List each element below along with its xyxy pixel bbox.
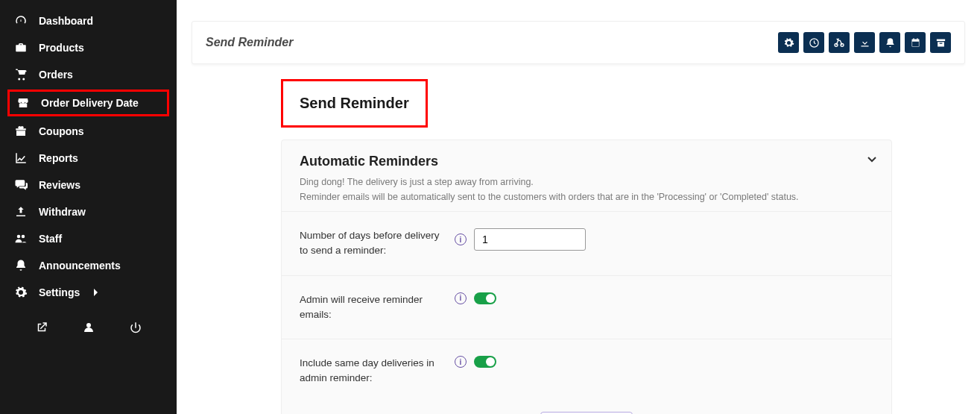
setting-include-same-day: Include same day deliveries in admin rem… (282, 339, 891, 403)
sidebar-item-announcements[interactable]: Announcements (0, 252, 177, 279)
comments-icon (13, 178, 28, 192)
chevron-down-icon (867, 157, 876, 163)
setting-label: Number of days before delivery to send a… (300, 228, 455, 259)
info-icon[interactable]: i (455, 233, 467, 245)
sidebar-item-products[interactable]: Products (0, 34, 177, 61)
user-icon[interactable] (78, 316, 100, 339)
archive-icon (935, 37, 946, 48)
sidebar-item-label: Announcements (39, 260, 121, 272)
chart-icon (13, 151, 28, 165)
setting-days-before: Number of days before delivery to send a… (282, 211, 891, 275)
panel-title: Automatic Reminders (300, 154, 873, 169)
sidebar-item-label: Products (39, 42, 84, 54)
page-title: Send Reminder (300, 95, 409, 112)
content-area: Send Reminder (177, 0, 980, 414)
sidebar-item-label: Staff (39, 233, 62, 245)
sidebar-item-label: Reports (39, 152, 78, 164)
sidebar-utilities (0, 306, 177, 339)
sidebar-item-label: Orders (39, 69, 73, 81)
save-settings-button[interactable]: Save Settings (540, 412, 633, 415)
header-action-settings[interactable] (778, 32, 799, 53)
sidebar-item-label: Withdraw (39, 206, 86, 218)
cart-icon (13, 68, 28, 81)
power-icon[interactable] (124, 316, 147, 339)
setting-label: Include same day deliveries in admin rem… (300, 356, 455, 386)
header-action-download[interactable] (854, 32, 875, 53)
sidebar-item-label: Coupons (39, 125, 84, 137)
clock-icon (809, 37, 820, 48)
bell-icon (13, 259, 28, 272)
page-header: Send Reminder (192, 21, 965, 64)
sidebar-item-withdraw[interactable]: Withdraw (0, 198, 177, 225)
gift-icon (13, 125, 28, 138)
gear-icon (783, 37, 794, 48)
header-actions (778, 32, 951, 53)
briefcase-icon (13, 41, 28, 54)
page-title-highlight: Send Reminder (281, 79, 428, 128)
automatic-reminders-panel: Automatic Reminders Ding dong! The deliv… (281, 139, 892, 414)
bell-icon (885, 37, 896, 48)
sidebar-item-coupons[interactable]: Coupons (0, 118, 177, 145)
header-action-bike[interactable] (829, 32, 850, 53)
sidebar-item-staff[interactable]: Staff (0, 225, 177, 252)
sidebar-item-settings[interactable]: Settings (0, 279, 177, 306)
sidebar-item-label: Order Delivery Date (41, 97, 139, 109)
sidebar-item-label: Reviews (39, 179, 80, 191)
info-icon[interactable]: i (455, 292, 467, 304)
calendar-icon (910, 37, 921, 48)
gear-icon (13, 286, 28, 299)
store-icon (16, 96, 31, 110)
page-header-title: Send Reminder (206, 36, 293, 49)
users-icon (13, 232, 28, 245)
sidebar-item-orders[interactable]: Orders (0, 61, 177, 88)
sidebar-item-order-delivery-date[interactable]: Order Delivery Date (7, 90, 169, 116)
setting-admin-receive: Admin will receive reminder emails: i (282, 275, 891, 339)
external-link-icon[interactable] (31, 316, 53, 339)
panel-header: Automatic Reminders Ding dong! The deliv… (282, 140, 891, 211)
header-action-calendar[interactable] (905, 32, 926, 53)
sidebar-item-label: Dashboard (39, 15, 93, 27)
save-row: Save Settings (282, 403, 891, 415)
chevron-right-icon (93, 288, 99, 297)
dashboard-icon (13, 14, 28, 28)
days-before-input[interactable] (474, 228, 586, 251)
admin-receive-toggle[interactable] (474, 292, 496, 304)
bike-icon (833, 37, 845, 48)
info-icon[interactable]: i (455, 356, 467, 368)
upload-icon (13, 205, 28, 219)
panel-collapse-toggle[interactable] (867, 157, 876, 163)
panel-subtitle-1: Ding dong! The delivery is just a step a… (300, 177, 873, 187)
sidebar-item-reviews[interactable]: Reviews (0, 172, 177, 198)
header-action-time[interactable] (803, 32, 824, 53)
sidebar-item-reports[interactable]: Reports (0, 145, 177, 172)
panel-subtitle-2: Reminder emails will be automatically se… (300, 192, 873, 202)
download-icon (859, 37, 870, 48)
header-action-bell[interactable] (879, 32, 900, 53)
sidebar: Dashboard Products Orders Order Delivery… (0, 0, 177, 414)
header-action-archive[interactable] (930, 32, 951, 53)
include-same-day-toggle[interactable] (474, 356, 496, 368)
sidebar-item-label: Settings (39, 286, 80, 298)
setting-label: Admin will receive reminder emails: (300, 292, 455, 323)
sidebar-item-dashboard[interactable]: Dashboard (0, 7, 177, 34)
